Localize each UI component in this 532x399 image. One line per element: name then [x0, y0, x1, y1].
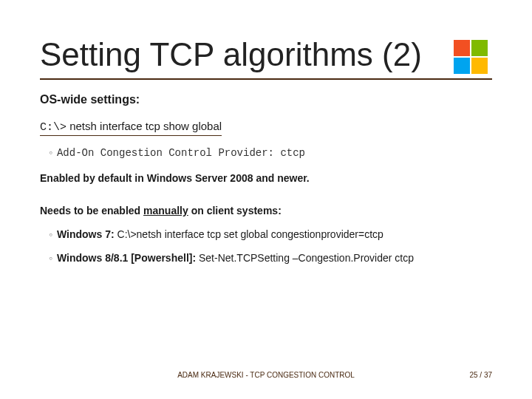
win8-bullet: ◦Windows 8/8.1 [Powershell]: Set-Net.TCP…: [40, 252, 492, 264]
command-text: netsh interface tcp show global: [66, 120, 222, 132]
chevron-icon: ◦: [49, 146, 52, 158]
needs-post: on client systems:: [188, 205, 282, 216]
addon-text: Add-On Congestion Control Provider: ctcp: [57, 147, 305, 159]
footer: ADAM KRAJEWSKI - TCP CONGESTION CONTROL …: [0, 371, 532, 386]
needs-underlined: manually: [143, 205, 188, 216]
title-underline: [40, 78, 492, 80]
command-prompt: C:\>: [40, 121, 66, 134]
addon-bullet: ◦Add-On Congestion Control Provider: ctc…: [40, 146, 492, 159]
footer-center: ADAM KRAJEWSKI - TCP CONGESTION CONTROL: [177, 371, 355, 379]
slide: Setting TCP algorithms (2) OS-wide setti…: [0, 0, 532, 399]
page-indicator: 25 / 37: [469, 371, 492, 379]
command-line: C:\> netsh interface tcp show global: [40, 120, 222, 136]
enabled-line: Enabled by default in Windows Server 200…: [40, 172, 492, 184]
slide-title: Setting TCP algorithms (2): [40, 38, 422, 72]
page-current: 25: [469, 371, 477, 379]
page-sep: /: [478, 371, 484, 379]
win7-label: Windows 7:: [57, 228, 115, 240]
win7-cmd: C:\>netsh interface tcp set global conge…: [115, 228, 383, 240]
subheading: OS-wide settings:: [40, 93, 492, 106]
win8-label: Windows 8/8.1 [Powershell]:: [57, 252, 196, 264]
needs-pre: Needs to be enabled: [40, 205, 143, 216]
chevron-icon: ◦: [49, 228, 52, 240]
page-total: 37: [484, 371, 492, 379]
chevron-icon: ◦: [49, 252, 52, 264]
title-row: Setting TCP algorithms (2): [40, 35, 492, 74]
win7-bullet: ◦Windows 7: C:\>netsh interface tcp set …: [40, 228, 492, 240]
win8-cmd: Set-Net.TCPSetting –Congestion.Provider …: [196, 252, 414, 264]
needs-line: Needs to be enabled manually on client s…: [40, 205, 492, 216]
microsoft-logo-icon: [454, 40, 488, 74]
